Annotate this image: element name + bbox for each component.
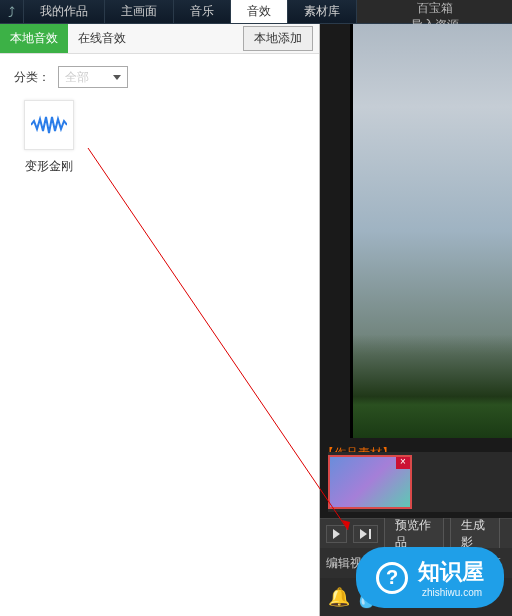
tab-library[interactable]: 素材库 <box>288 0 357 23</box>
waveform-icon <box>24 100 74 150</box>
category-select[interactable]: 全部 <box>58 66 128 88</box>
clip-thumbnail[interactable]: × <box>328 455 412 509</box>
category-label: 分类： <box>14 69 50 86</box>
logo-sub: zhishiwu.com <box>422 587 484 598</box>
share-icon[interactable]: ⤴ <box>0 0 24 23</box>
right-panel: 【作品素材】 × 预览作品 生成影 编辑视图: 视频剪辑 字幕 🔔 💧 <box>320 24 512 616</box>
play-button[interactable] <box>326 525 347 543</box>
subtab-online-sfx[interactable]: 在线音效 <box>68 24 136 53</box>
speaker-icon[interactable]: 🔔 <box>328 586 350 608</box>
local-add-button[interactable]: 本地添加 <box>243 26 313 51</box>
subtab-local-sfx[interactable]: 本地音效 <box>0 24 68 53</box>
tab-sfx[interactable]: 音效 <box>231 0 288 23</box>
category-value: 全部 <box>65 69 89 86</box>
tab-my-works[interactable]: 我的作品 <box>24 0 105 23</box>
left-panel: 本地音效 在线音效 本地添加 分类： 全部 变形金刚 <box>0 24 320 616</box>
topbar: ⤴ 我的作品 主画面 音乐 音效 素材库 百宝箱 导入资源 <box>0 0 512 24</box>
sfx-item[interactable]: 变形金刚 <box>14 100 84 175</box>
logo-text: 知识屋 <box>418 557 484 587</box>
preview-image <box>350 24 512 438</box>
subtabs: 本地音效 在线音效 本地添加 <box>0 24 319 54</box>
close-icon[interactable]: × <box>396 457 410 469</box>
play-to-end-button[interactable] <box>353 525 378 543</box>
tab-main-screen[interactable]: 主画面 <box>105 0 174 23</box>
playback-controls: 预览作品 生成影 <box>320 518 512 548</box>
chevron-down-icon <box>113 75 121 80</box>
main-area: 本地音效 在线音效 本地添加 分类： 全部 变形金刚 【作品素材】 <box>0 24 512 616</box>
topbar-right: 百宝箱 导入资源 <box>357 0 512 23</box>
question-icon: ? <box>376 562 408 594</box>
watermark-logo: ? 知识屋 zhishiwu.com <box>356 547 504 608</box>
treasure-box-link[interactable]: 百宝箱 <box>417 0 453 17</box>
tab-music[interactable]: 音乐 <box>174 0 231 23</box>
clip-strip: × <box>328 452 512 512</box>
category-row: 分类： 全部 <box>0 54 319 100</box>
preview-area: 【作品素材】 × <box>320 24 512 518</box>
sfx-item-name: 变形金刚 <box>14 158 84 175</box>
